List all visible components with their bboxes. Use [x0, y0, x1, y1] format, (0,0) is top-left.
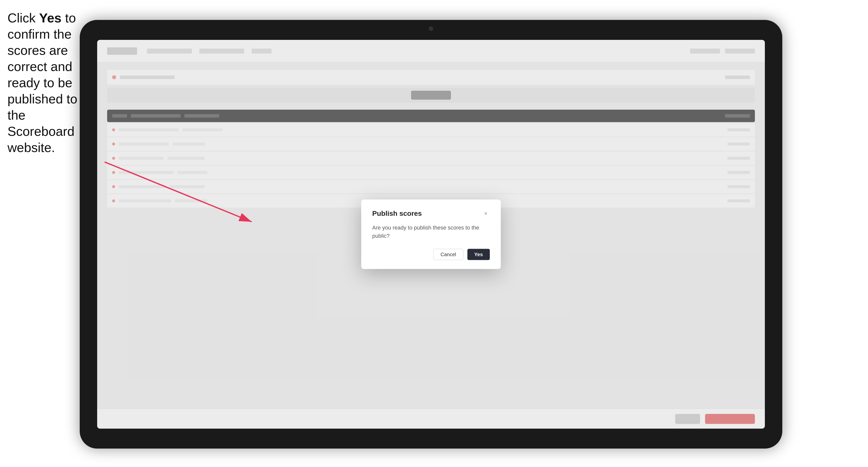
tablet-camera [429, 26, 433, 31]
modal-close-button[interactable]: × [482, 210, 490, 218]
tablet-screen: Publish scores × Are you ready to publis… [97, 40, 765, 429]
yes-highlight: Yes [39, 11, 62, 25]
publish-scores-modal: Publish scores × Are you ready to publis… [361, 199, 501, 269]
modal-title: Publish scores [372, 210, 422, 218]
modal-body: Are you ready to publish these scores to… [372, 223, 490, 240]
yes-button[interactable]: Yes [467, 249, 490, 260]
cancel-button[interactable]: Cancel [433, 249, 463, 260]
tablet-device: Publish scores × Are you ready to publis… [80, 20, 782, 448]
instruction-text: Click Yes to confirm the scores are corr… [7, 10, 80, 156]
modal-header: Publish scores × [372, 210, 490, 218]
modal-footer: Cancel Yes [372, 249, 490, 260]
